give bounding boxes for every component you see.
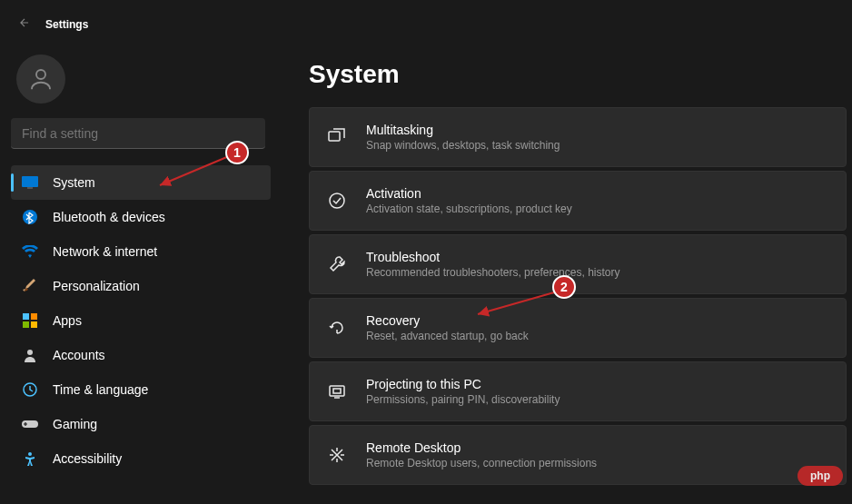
card-subtitle: Reset, advanced startup, go back	[366, 330, 529, 342]
card-subtitle: Remote Desktop users, connection permiss…	[366, 457, 597, 469]
gamepad-icon	[22, 416, 38, 432]
svg-rect-2	[27, 187, 33, 189]
multitasking-icon	[326, 128, 348, 146]
card-title: Remote Desktop	[366, 440, 597, 455]
card-multitasking[interactable]: MultitaskingSnap windows, desktops, task…	[309, 107, 847, 167]
card-troubleshoot[interactable]: TroubleshootRecommended troubleshooters,…	[309, 234, 847, 294]
svg-point-13	[28, 452, 32, 456]
svg-rect-4	[23, 313, 29, 320]
sidebar-item-label: Accessibility	[53, 451, 122, 466]
app-header: Settings	[0, 0, 852, 40]
page-title: System	[309, 60, 847, 89]
svg-rect-16	[330, 386, 344, 396]
system-icon	[22, 174, 38, 191]
svg-rect-17	[333, 389, 341, 393]
sidebar-item-network[interactable]: Network & internet	[11, 234, 271, 269]
sidebar-item-label: Accounts	[53, 348, 105, 362]
person-icon	[22, 347, 38, 363]
sidebar-item-label: Bluetooth & devices	[53, 210, 165, 224]
watermark: php	[798, 466, 843, 486]
sidebar-item-personalization[interactable]: Personalization	[11, 269, 271, 303]
bluetooth-icon	[22, 209, 38, 225]
sidebar-item-gaming[interactable]: Gaming	[11, 407, 271, 441]
svg-rect-7	[31, 321, 37, 328]
sidebar-item-accounts[interactable]: Accounts	[11, 338, 271, 372]
sidebar-item-label: Personalization	[53, 279, 140, 293]
projecting-icon	[326, 382, 348, 400]
svg-point-0	[36, 70, 45, 79]
remote-desktop-icon	[326, 446, 348, 464]
card-remote-desktop[interactable]: Remote DesktopRemote Desktop users, conn…	[309, 425, 847, 485]
card-title: Troubleshoot	[366, 250, 619, 264]
sidebar-item-system[interactable]: System	[11, 165, 271, 200]
svg-rect-1	[22, 176, 38, 187]
sidebar-item-label: System	[53, 175, 95, 190]
sidebar-item-accessibility[interactable]: Accessibility	[11, 441, 271, 476]
sidebar-item-time[interactable]: Time & language	[11, 372, 271, 407]
card-recovery[interactable]: RecoveryReset, advanced startup, go back	[309, 298, 847, 358]
card-subtitle: Activation state, subscriptions, product…	[366, 203, 572, 215]
svg-point-11	[33, 422, 35, 424]
svg-rect-6	[23, 321, 29, 328]
card-title: Multitasking	[366, 123, 560, 137]
sidebar-item-label: Apps	[53, 313, 82, 328]
brush-icon	[22, 278, 38, 294]
sidebar-item-label: Time & language	[53, 382, 148, 397]
sidebar: System Bluetooth & devices Network & int…	[0, 40, 282, 504]
card-subtitle: Snap windows, desktops, task switching	[366, 139, 560, 152]
recovery-icon	[326, 319, 348, 337]
svg-point-8	[27, 350, 33, 355]
card-title: Recovery	[366, 313, 529, 328]
avatar[interactable]	[16, 54, 65, 104]
card-activation[interactable]: ActivationActivation state, subscription…	[309, 171, 847, 231]
card-subtitle: Recommended troubleshooters, preferences…	[366, 266, 619, 279]
sidebar-item-label: Network & internet	[53, 244, 157, 259]
clock-icon	[22, 381, 38, 398]
header-title: Settings	[45, 18, 88, 31]
accessibility-icon	[22, 450, 38, 467]
svg-point-12	[35, 424, 36, 426]
svg-rect-14	[329, 132, 340, 141]
search-input[interactable]	[11, 118, 265, 149]
card-title: Projecting to this PC	[366, 377, 560, 391]
svg-rect-5	[31, 313, 37, 320]
card-projecting[interactable]: Projecting to this PCPermissions, pairin…	[309, 361, 847, 421]
sidebar-item-apps[interactable]: Apps	[11, 303, 271, 338]
sidebar-item-label: Gaming	[53, 417, 97, 431]
card-title: Activation	[366, 186, 572, 201]
svg-point-15	[330, 193, 344, 208]
apps-icon	[22, 312, 38, 329]
wrench-icon	[326, 255, 348, 273]
activation-icon	[326, 192, 348, 210]
main-content: System MultitaskingSnap windows, desktop…	[282, 40, 852, 504]
back-icon[interactable]	[18, 16, 31, 33]
wifi-icon	[22, 243, 38, 260]
card-subtitle: Permissions, pairing PIN, discoverabilit…	[366, 393, 560, 406]
sidebar-item-bluetooth[interactable]: Bluetooth & devices	[11, 200, 271, 234]
